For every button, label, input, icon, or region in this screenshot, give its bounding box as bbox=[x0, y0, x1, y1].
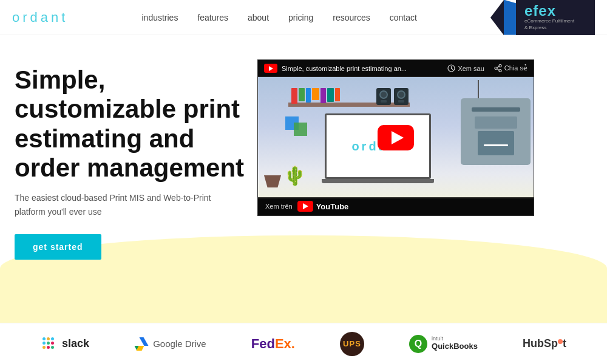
nav-resources[interactable]: resources bbox=[333, 13, 370, 22]
ups-logo: UPS bbox=[340, 332, 364, 356]
main-nav: industries features about pricing resour… bbox=[141, 13, 416, 22]
svg-rect-10 bbox=[47, 342, 50, 345]
fedex-fed: Fed bbox=[251, 336, 275, 351]
nav-features[interactable]: features bbox=[197, 13, 228, 22]
nav-pricing[interactable]: pricing bbox=[288, 13, 313, 22]
svg-rect-14 bbox=[47, 346, 50, 349]
ups-badge: UPS bbox=[340, 332, 364, 356]
logo[interactable]: ordant bbox=[12, 10, 68, 25]
nav-about[interactable]: about bbox=[248, 13, 269, 22]
efex-badge: efex eCommerce Fulfillment& Express bbox=[516, 0, 595, 35]
speakers bbox=[376, 88, 409, 105]
hubspot-label-end: t bbox=[563, 337, 566, 350]
fedex-dot: . bbox=[291, 336, 295, 351]
video-title-text: Simple, customizable print estimating an… bbox=[282, 65, 407, 72]
hero-section: Simple, customizable print estimating an… bbox=[0, 35, 607, 260]
clock-icon bbox=[447, 64, 455, 72]
slack-logo: slack bbox=[41, 335, 89, 352]
svg-rect-11 bbox=[47, 337, 50, 340]
svg-line-2 bbox=[452, 69, 453, 70]
fedex-logo: FedEx. bbox=[251, 336, 295, 352]
svg-rect-9 bbox=[42, 337, 46, 340]
svg-point-5 bbox=[495, 67, 497, 70]
play-button[interactable] bbox=[378, 125, 414, 150]
hero-title: Simple, customizable print estimating an… bbox=[15, 66, 245, 183]
quickbooks-label: QuickBooks bbox=[432, 342, 478, 351]
hero-video: Simple, customizable print estimating an… bbox=[257, 59, 592, 260]
svg-rect-8 bbox=[42, 342, 46, 345]
slack-label: slack bbox=[62, 337, 89, 350]
video-container[interactable]: Simple, customizable print estimating an… bbox=[257, 59, 534, 216]
hubspot-dot-icon bbox=[558, 339, 563, 344]
xem-sau-label: Xem sau bbox=[458, 65, 484, 72]
hubspot-label: HubSp bbox=[523, 337, 558, 350]
svg-rect-12 bbox=[51, 342, 54, 345]
svg-rect-13 bbox=[42, 346, 46, 349]
share-icon bbox=[494, 64, 502, 72]
efex-logo-text: efex eCommerce Fulfillment& Express bbox=[524, 4, 574, 31]
svg-line-6 bbox=[497, 66, 499, 67]
efex-tagline: eCommerce Fulfillment& Express bbox=[524, 18, 574, 31]
quickbooks-logo: Q intuit QuickBooks bbox=[409, 335, 478, 353]
get-started-button[interactable]: get started bbox=[15, 234, 101, 260]
ups-label: UPS bbox=[343, 339, 361, 348]
nav-industries[interactable]: industries bbox=[141, 13, 178, 22]
video-actions: Xem sau Chia sẻ bbox=[447, 64, 527, 72]
printer bbox=[461, 98, 531, 165]
youtube-icon-small bbox=[264, 64, 277, 73]
hubspot-logo: HubSp t bbox=[523, 337, 566, 350]
youtube-icon-bottom bbox=[297, 201, 313, 212]
hero-left: Simple, customizable print estimating an… bbox=[15, 59, 245, 260]
hero-subtitle: The easiest cloud-based Print MIS and We… bbox=[15, 191, 221, 218]
svg-marker-17 bbox=[140, 337, 149, 346]
youtube-logo-bottom: YouTube bbox=[297, 201, 349, 212]
svg-point-4 bbox=[499, 70, 501, 72]
slack-icon bbox=[41, 335, 58, 352]
quickbooks-text: intuit QuickBooks bbox=[432, 336, 478, 351]
svg-point-3 bbox=[499, 65, 501, 67]
watch-on-label: Xem trên bbox=[265, 203, 293, 210]
youtube-text: YouTube bbox=[316, 202, 349, 211]
svg-line-7 bbox=[497, 69, 499, 70]
google-drive-label: Google Drive bbox=[153, 339, 206, 349]
video-bottom-bar: Xem trên YouTube bbox=[258, 197, 534, 215]
fedex-ex: Ex bbox=[275, 336, 291, 351]
efex-name: efex bbox=[524, 4, 574, 18]
google-drive-logo: Google Drive bbox=[134, 337, 206, 351]
nav-contact[interactable]: contact bbox=[390, 13, 417, 22]
books bbox=[291, 88, 340, 104]
quickbooks-icon: Q bbox=[409, 335, 427, 353]
plant-pot bbox=[264, 175, 281, 187]
video-top-bar: Simple, customizable print estimating an… bbox=[258, 60, 534, 76]
cactus: 🌵 bbox=[283, 165, 306, 186]
svg-rect-15 bbox=[51, 337, 54, 340]
chia-se-label: Chia sẻ bbox=[504, 64, 527, 72]
svg-rect-16 bbox=[51, 346, 54, 349]
google-drive-icon bbox=[134, 337, 149, 351]
partners-section: slack Google Drive FedEx. UPS Q bbox=[0, 323, 607, 364]
site-header: ordant industries features about pricing… bbox=[0, 0, 607, 35]
